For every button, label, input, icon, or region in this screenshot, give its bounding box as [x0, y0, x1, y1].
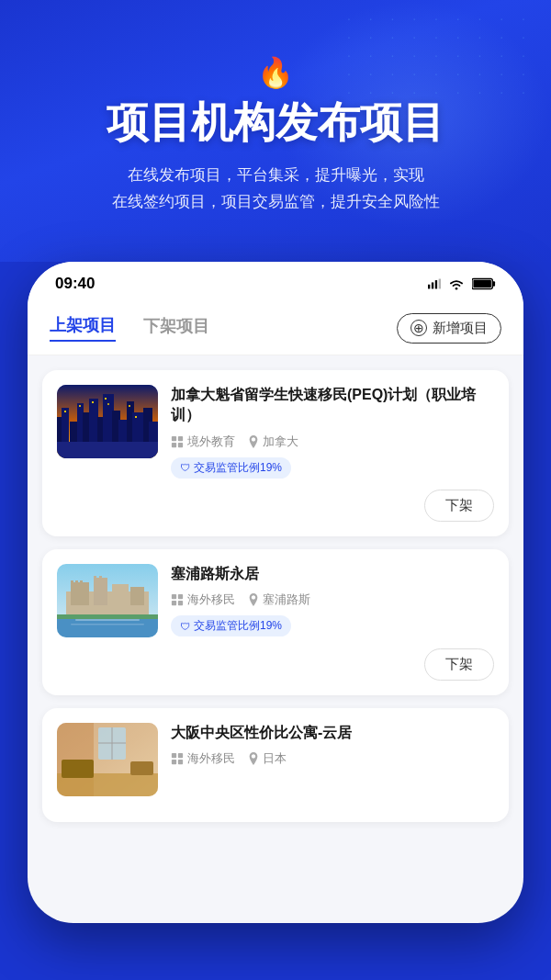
svg-rect-48 — [172, 594, 176, 599]
plus-circle-icon: ⊕ — [410, 320, 427, 336]
svg-rect-49 — [178, 594, 183, 599]
project-info-2: 塞浦路斯永居 海外移民 — [171, 564, 494, 637]
tab-shelved[interactable]: 上架项目 — [50, 314, 116, 342]
project-card-inner-3: 大阪中央区性价比公寓-云居 海外移民 — [57, 723, 494, 796]
svg-rect-31 — [172, 443, 176, 447]
project-meta-2: 海外移民 塞浦路斯 — [171, 591, 494, 608]
svg-rect-14 — [97, 417, 105, 458]
svg-rect-42 — [80, 580, 83, 584]
project-meta-1: 境外教育 加拿大 — [171, 434, 494, 450]
status-bar: 09:40 — [28, 262, 523, 302]
status-icons — [428, 277, 496, 290]
project-card: 加拿大魁省留学生快速移民(PEQ)计划（职业培训） 境外教育 — [42, 370, 509, 536]
svg-rect-23 — [79, 405, 81, 407]
unshelf-button-2[interactable]: 下架 — [424, 648, 494, 681]
project-image-2 — [57, 564, 158, 637]
svg-rect-36 — [71, 582, 89, 605]
project-info-1: 加拿大魁省留学生快速移民(PEQ)计划（职业培训） 境外教育 — [171, 385, 494, 479]
svg-rect-22 — [64, 411, 66, 412]
hero-section: 🔥 项目机构发布项目 在线发布项目，平台集采，提升曝光，实现 在线签约项目，项目… — [0, 0, 551, 262]
svg-rect-19 — [132, 412, 145, 458]
svg-rect-64 — [178, 760, 183, 764]
tabs-bar: 上架项目 下架项目 ⊕ 新增项目 — [28, 302, 523, 355]
svg-rect-28 — [135, 416, 137, 418]
trade-badge-1: 🛡 交易监管比例19% — [171, 457, 291, 479]
svg-rect-6 — [473, 280, 491, 287]
svg-rect-46 — [71, 624, 144, 625]
project-info-3: 大阪中央区性价比公寓-云居 海外移民 — [171, 723, 494, 796]
svg-rect-61 — [172, 753, 176, 758]
svg-rect-25 — [105, 398, 107, 400]
svg-rect-43 — [94, 576, 96, 580]
card-footer-1: 下架 — [57, 490, 494, 522]
svg-rect-30 — [178, 436, 183, 441]
svg-rect-59 — [62, 760, 94, 778]
svg-rect-26 — [107, 403, 109, 405]
badge-icon-2: 🛡 — [180, 621, 190, 632]
svg-rect-11 — [77, 403, 84, 458]
svg-rect-63 — [172, 760, 176, 764]
svg-rect-44 — [99, 576, 102, 580]
project-meta-3: 海外移民 日本 — [171, 750, 494, 767]
meta-category-2: 海外移民 — [171, 591, 235, 608]
meta-location-3: 日本 — [248, 750, 287, 767]
svg-rect-5 — [492, 281, 495, 287]
svg-rect-20 — [143, 408, 152, 458]
meta-category-1: 境外教育 — [171, 434, 235, 450]
svg-rect-17 — [118, 420, 129, 458]
location-icon-2 — [248, 593, 259, 606]
city-night-image — [57, 385, 158, 458]
hero-subtitle: 在线发布项目，平台集采，提升曝光，实现 在线签约项目，项目交易监管，提升安全风险… — [37, 163, 514, 216]
svg-rect-38 — [112, 584, 129, 605]
svg-rect-45 — [75, 619, 140, 621]
hero-decoration — [349, 9, 533, 175]
tab-unshelved[interactable]: 下架项目 — [143, 315, 209, 341]
svg-rect-0 — [428, 285, 430, 289]
phone-mockup: 09:40 — [28, 262, 523, 923]
project-card-inner-2: 塞浦路斯永居 海外移民 — [57, 564, 494, 637]
location-icon-3 — [248, 752, 259, 765]
project-card-3: 大阪中央区性价比公寓-云居 海外移民 — [42, 708, 509, 822]
meta-location-1: 加拿大 — [248, 434, 298, 450]
svg-rect-62 — [178, 753, 183, 758]
phone-wrapper: 09:40 — [0, 262, 551, 923]
project-image-3 — [57, 723, 158, 796]
svg-rect-51 — [178, 601, 183, 605]
svg-rect-2 — [435, 280, 437, 288]
svg-rect-40 — [71, 580, 73, 584]
svg-rect-13 — [89, 399, 98, 458]
svg-rect-1 — [432, 282, 433, 288]
svg-rect-18 — [127, 401, 134, 458]
svg-rect-39 — [130, 587, 144, 605]
unshelf-button-1[interactable]: 下架 — [424, 490, 494, 522]
project-title-2: 塞浦路斯永居 — [171, 564, 494, 584]
status-time: 09:40 — [55, 275, 95, 293]
project-image-1 — [57, 385, 158, 458]
meta-category-3: 海外移民 — [171, 750, 235, 767]
hero-title: 项目机构发布项目 — [37, 97, 514, 148]
trade-badge-2: 🛡 交易监管比例19% — [171, 615, 291, 636]
signal-icon — [428, 277, 441, 290]
svg-rect-47 — [57, 614, 158, 619]
category-icon-3 — [171, 752, 184, 765]
svg-rect-27 — [129, 405, 130, 407]
category-icon-1 — [171, 435, 184, 448]
location-icon-1 — [248, 435, 259, 448]
svg-rect-3 — [439, 279, 441, 289]
battery-icon — [472, 277, 496, 290]
svg-rect-41 — [75, 580, 78, 584]
project-card-inner: 加拿大魁省留学生快速移民(PEQ)计划（职业培训） 境外教育 — [57, 385, 494, 479]
svg-rect-9 — [62, 408, 69, 458]
project-card-2: 塞浦路斯永居 海外移民 — [42, 549, 509, 695]
meta-location-2: 塞浦路斯 — [248, 591, 310, 608]
new-project-button[interactable]: ⊕ 新增项目 — [397, 313, 501, 344]
project-title-1: 加拿大魁省留学生快速移民(PEQ)计划（职业培训） — [171, 385, 494, 426]
svg-rect-32 — [178, 443, 183, 447]
card-footer-2: 下架 — [57, 648, 494, 681]
svg-rect-29 — [172, 436, 176, 441]
svg-rect-60 — [130, 761, 153, 775]
svg-rect-21 — [149, 422, 158, 458]
svg-rect-37 — [94, 578, 107, 605]
svg-rect-8 — [57, 417, 68, 458]
svg-rect-12 — [83, 412, 96, 458]
